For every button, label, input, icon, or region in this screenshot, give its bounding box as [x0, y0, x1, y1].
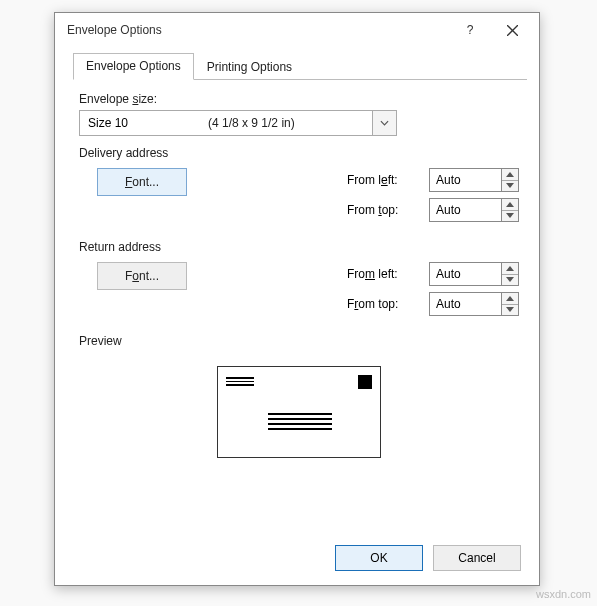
- delivery-from-top-row: From top:: [287, 198, 519, 222]
- svg-marker-8: [506, 296, 514, 301]
- tab-strip: Envelope Options Printing Options: [73, 53, 527, 80]
- tab-printing-options[interactable]: Printing Options: [194, 54, 305, 80]
- spin-down-button[interactable]: [502, 211, 518, 222]
- ok-button[interactable]: OK: [335, 545, 423, 571]
- return-from-top-input[interactable]: [429, 292, 501, 316]
- delivery-from-left-row: From left:: [287, 168, 519, 192]
- svg-marker-4: [506, 202, 514, 207]
- help-button[interactable]: ?: [449, 16, 491, 44]
- return-from-left-row: From left:: [287, 262, 519, 286]
- svg-marker-7: [506, 277, 514, 282]
- spinner-buttons: [501, 168, 519, 192]
- from-left-label: From left:: [347, 267, 423, 281]
- spin-down-button[interactable]: [502, 305, 518, 316]
- return-from-top-row: From top:: [287, 292, 519, 316]
- svg-marker-9: [506, 307, 514, 312]
- return-address-group: Font... From left: From top:: [79, 262, 519, 322]
- delivery-from-top-spinner[interactable]: [429, 198, 519, 222]
- from-left-label: From left:: [347, 173, 423, 187]
- envelope-size-label: Envelope size:: [79, 92, 519, 106]
- spin-down-button[interactable]: [502, 181, 518, 192]
- size-dropdown-button[interactable]: [372, 111, 396, 135]
- return-address-title: Return address: [79, 240, 519, 254]
- delivery-from-top-input[interactable]: [429, 198, 501, 222]
- delivery-from-left-input[interactable]: [429, 168, 501, 192]
- delivery-from-left-spinner[interactable]: [429, 168, 519, 192]
- tab-label: Printing Options: [207, 60, 292, 74]
- preview-label: Preview: [79, 334, 519, 348]
- spin-up-button[interactable]: [502, 169, 518, 181]
- delivery-address-preview: [268, 413, 332, 433]
- spinner-buttons: [501, 198, 519, 222]
- return-font-button[interactable]: Font...: [97, 262, 187, 290]
- stamp-icon: [358, 375, 372, 389]
- tab-label: Envelope Options: [86, 59, 181, 73]
- return-from-left-spinner[interactable]: [429, 262, 519, 286]
- cancel-button[interactable]: Cancel: [433, 545, 521, 571]
- spinner-buttons: [501, 292, 519, 316]
- svg-marker-6: [506, 266, 514, 271]
- font-button-label: Font...: [125, 269, 159, 283]
- spinner-buttons: [501, 262, 519, 286]
- size-name: Size 10: [80, 116, 208, 130]
- ok-label: OK: [370, 551, 387, 565]
- tab-content: Envelope size: Size 10 (4 1/8 x 9 1/2 in…: [55, 80, 539, 458]
- preview-group: Preview: [79, 334, 519, 458]
- spin-up-button[interactable]: [502, 293, 518, 305]
- titlebar: Envelope Options ?: [55, 13, 539, 47]
- delivery-address-title: Delivery address: [79, 146, 519, 160]
- delivery-address-group: Font... From left: From top:: [79, 168, 519, 228]
- dialog-footer: OK Cancel: [335, 545, 521, 571]
- svg-marker-5: [506, 213, 514, 218]
- delivery-font-button[interactable]: Font...: [97, 168, 187, 196]
- return-address-preview: [226, 377, 254, 388]
- return-from-left-input[interactable]: [429, 262, 501, 286]
- from-top-label: From top:: [347, 203, 423, 217]
- cancel-label: Cancel: [458, 551, 495, 565]
- envelope-preview: [217, 366, 381, 458]
- envelope-size-select[interactable]: Size 10 (4 1/8 x 9 1/2 in): [79, 110, 397, 136]
- help-icon: ?: [467, 23, 474, 37]
- spin-up-button[interactable]: [502, 199, 518, 211]
- from-top-label: From top:: [347, 297, 423, 311]
- close-icon: [507, 25, 518, 36]
- return-from-top-spinner[interactable]: [429, 292, 519, 316]
- size-dimensions: (4 1/8 x 9 1/2 in): [208, 116, 372, 130]
- svg-marker-2: [506, 172, 514, 177]
- font-button-label: Font...: [125, 175, 159, 189]
- svg-marker-3: [506, 183, 514, 188]
- spin-up-button[interactable]: [502, 263, 518, 275]
- chevron-down-icon: [380, 120, 389, 126]
- watermark: wsxdn.com: [536, 588, 591, 600]
- dialog-title: Envelope Options: [67, 23, 449, 37]
- tab-envelope-options[interactable]: Envelope Options: [73, 53, 194, 80]
- close-button[interactable]: [491, 16, 533, 44]
- spin-down-button[interactable]: [502, 275, 518, 286]
- envelope-options-dialog: Envelope Options ? Envelope Options Prin…: [54, 12, 540, 586]
